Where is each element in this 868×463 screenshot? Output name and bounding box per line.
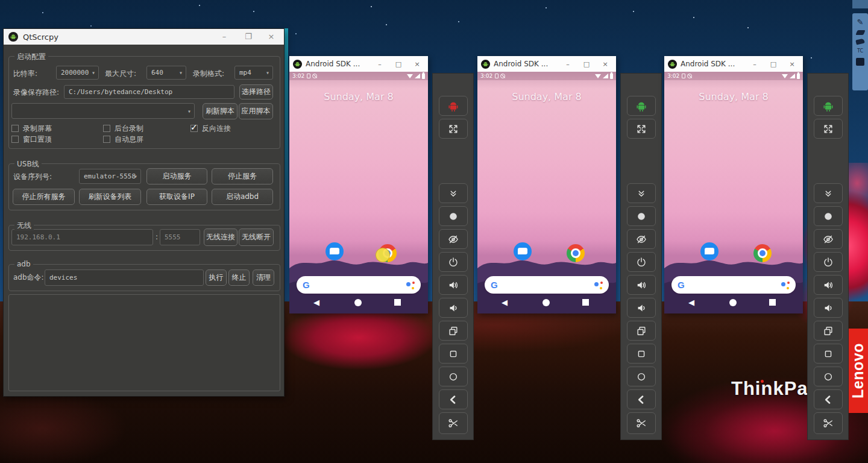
android-screen[interactable]: 3:02 Sunday, Mar 8 <box>289 72 428 313</box>
menu-button[interactable] <box>627 344 656 364</box>
menu-button[interactable] <box>439 344 468 364</box>
close-button[interactable]: × <box>597 60 613 68</box>
nav-home-button[interactable] <box>729 299 737 306</box>
bitrate-combo[interactable]: 2000000 <box>56 66 99 80</box>
wireless-connect-button[interactable]: 无线连接 <box>204 228 237 246</box>
robot-button[interactable] <box>814 96 843 116</box>
close-button[interactable]: × <box>409 60 425 68</box>
nav-recents-button[interactable] <box>769 299 776 306</box>
minimize-button[interactable]: – <box>560 60 576 68</box>
screenshot-button[interactable] <box>814 412 843 434</box>
nav-back-button[interactable]: ◀ <box>502 298 508 307</box>
refresh-script-button[interactable]: 刷新脚本 <box>203 103 237 119</box>
checkbox-box[interactable] <box>11 136 19 143</box>
home-button[interactable] <box>814 367 843 386</box>
nav-recents-button[interactable] <box>582 299 589 306</box>
minimize-button[interactable]: – <box>215 29 233 45</box>
nav-home-button[interactable] <box>542 299 550 306</box>
fullscreen-button[interactable] <box>814 119 843 139</box>
volume-up-button[interactable] <box>814 275 843 295</box>
auto-screen-off-checkbox[interactable]: 自动息屏 <box>103 135 143 143</box>
screenshot-button[interactable] <box>439 412 468 434</box>
volume-down-button[interactable] <box>439 298 468 318</box>
hide-screen-button[interactable] <box>439 229 468 249</box>
expand-more-button[interactable] <box>439 183 468 203</box>
android-screen[interactable]: 3:02 Sunday, Mar 8 <box>477 72 616 313</box>
home-button[interactable] <box>439 367 468 386</box>
screenshot-button[interactable] <box>627 412 656 434</box>
adb-output-console[interactable] <box>8 294 280 391</box>
adb-command-input[interactable]: devices <box>45 269 204 286</box>
app-switch-button[interactable] <box>814 321 843 341</box>
checkbox-box[interactable] <box>190 125 198 132</box>
start-adbd-button[interactable]: 启动adbd <box>212 189 273 205</box>
board-icon[interactable] <box>856 58 864 66</box>
messages-app-icon[interactable] <box>326 242 344 260</box>
adb-execute-button[interactable]: 执行 <box>206 269 227 286</box>
marker-icon[interactable] <box>855 38 865 45</box>
maximize-button[interactable]: □ <box>579 60 594 68</box>
nav-home-button[interactable] <box>354 299 362 306</box>
serial-combo[interactable]: emulator-5558 <box>79 169 141 184</box>
google-search-bar[interactable]: G <box>671 276 796 294</box>
power-button[interactable] <box>814 252 843 272</box>
back-button[interactable] <box>439 389 468 409</box>
choose-path-button[interactable]: 选择路径 <box>239 84 273 99</box>
google-search-bar[interactable]: G <box>485 276 609 294</box>
back-button[interactable] <box>627 389 656 409</box>
google-search-bar[interactable]: G <box>297 276 421 294</box>
script-combo[interactable] <box>11 103 195 119</box>
chrome-app-icon[interactable] <box>567 244 585 262</box>
messages-app-icon[interactable] <box>514 242 532 260</box>
record-format-combo[interactable]: mp4 <box>234 66 273 80</box>
android-screen[interactable]: 3:02 Sunday, Mar 8 <box>664 72 803 313</box>
nav-recents-button[interactable] <box>394 299 401 306</box>
power-button[interactable] <box>439 252 468 272</box>
save-path-input[interactable]: C:/Users/bytedance/Desktop <box>64 85 234 99</box>
record-button[interactable] <box>439 206 468 226</box>
maximize-button[interactable]: □ <box>391 60 406 68</box>
maximize-button[interactable]: □ <box>766 60 781 68</box>
wireless-port-input[interactable]: 5555 <box>160 229 200 245</box>
hide-screen-button[interactable] <box>814 229 843 249</box>
assistant-icon[interactable] <box>406 281 415 289</box>
wireless-ip-input[interactable]: 192.168.0.1 <box>11 229 153 245</box>
checkbox-box[interactable] <box>103 136 110 143</box>
close-button[interactable]: × <box>784 60 800 68</box>
app-switch-button[interactable] <box>627 321 656 341</box>
stop-all-button[interactable]: 停止所有服务 <box>13 189 75 205</box>
robot-button[interactable] <box>439 96 468 116</box>
hide-screen-button[interactable] <box>627 229 656 249</box>
refresh-devices-button[interactable]: 刷新设备列表 <box>79 189 141 205</box>
fullscreen-button[interactable] <box>627 119 656 139</box>
record-button[interactable] <box>814 206 843 226</box>
messages-app-icon[interactable] <box>700 242 719 260</box>
volume-down-button[interactable] <box>627 298 656 318</box>
get-device-ip-button[interactable]: 获取设备IP <box>146 189 207 205</box>
app-switch-button[interactable] <box>439 321 468 341</box>
back-button[interactable] <box>814 389 843 409</box>
checkbox-box[interactable] <box>11 125 19 132</box>
volume-up-button[interactable] <box>627 275 656 295</box>
robot-button[interactable] <box>627 96 656 116</box>
nav-back-button[interactable]: ◀ <box>313 298 319 307</box>
home-button[interactable] <box>627 367 656 386</box>
apply-script-button[interactable]: 应用脚本 <box>239 103 273 119</box>
expand-more-button[interactable] <box>814 183 843 203</box>
power-button[interactable] <box>627 252 656 272</box>
fullscreen-button[interactable] <box>439 119 468 139</box>
max-size-combo[interactable]: 640 <box>146 66 186 80</box>
chrome-app-icon[interactable] <box>753 244 772 262</box>
close-button[interactable]: × <box>262 29 280 45</box>
record-screen-checkbox[interactable]: 录制屏幕 <box>11 124 52 133</box>
background-record-checkbox[interactable]: 后台录制 <box>103 124 143 133</box>
menu-button[interactable] <box>814 344 843 364</box>
expand-more-button[interactable] <box>627 183 656 203</box>
reverse-connect-checkbox[interactable]: 反向连接 <box>190 124 231 133</box>
volume-down-button[interactable] <box>814 298 843 318</box>
start-service-button[interactable]: 启动服务 <box>146 168 207 184</box>
checkbox-box[interactable] <box>103 125 110 132</box>
nav-back-button[interactable]: ◀ <box>688 298 694 307</box>
minimize-button[interactable]: – <box>372 60 388 68</box>
adb-terminate-button[interactable]: 终止 <box>228 269 250 286</box>
